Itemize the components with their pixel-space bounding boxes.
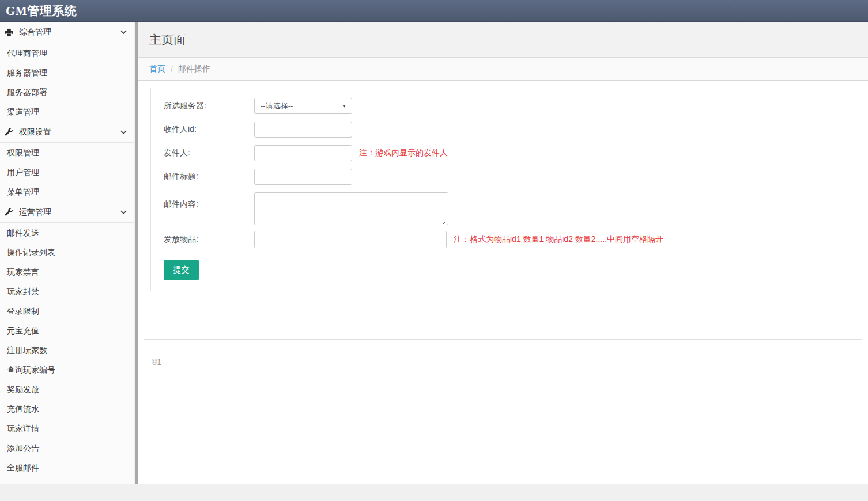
sidebar-item[interactable]: 元宝充值 <box>0 321 134 340</box>
sidebar-section-header[interactable]: 权限设置 <box>0 122 134 143</box>
form-row-grant-items: 发放物品:注：格式为物品id1 数量1 物品id2 数量2.....中间用空格隔… <box>164 231 866 248</box>
form-rows: 所选服务器:--请选择--▼收件人id:发件人:注：游戏内显示的发件人邮件标题:… <box>164 98 866 248</box>
receiver-id[interactable] <box>254 122 352 138</box>
sender[interactable] <box>254 145 352 161</box>
grant-items[interactable] <box>254 231 447 248</box>
mail-form: 所选服务器:--请选择--▼收件人id:发件人:注：游戏内显示的发件人邮件标题:… <box>164 98 866 280</box>
sidebar-section-header[interactable]: 运营管理 <box>0 202 134 223</box>
caret-down-icon: ▼ <box>342 104 346 109</box>
receiver-id-label: 收件人id: <box>164 124 254 135</box>
grant-items-label: 发放物品: <box>164 234 254 245</box>
breadcrumb: 首页 / 邮件操作 <box>138 58 868 81</box>
page: GM管理系统 综合管理代理商管理服务器管理服务器部署渠道管理权限设置权限管理用户… <box>0 0 868 501</box>
sidebar-section-items: 权限管理用户管理菜单管理 <box>0 143 134 202</box>
sidebar-item[interactable]: 注册玩家数 <box>0 340 134 360</box>
sidebar-item[interactable]: 登录限制 <box>0 301 134 321</box>
server-select[interactable]: --请选择--▼ <box>254 98 352 114</box>
page-title: 主页面 <box>149 32 186 48</box>
sender-note: 注：游戏内显示的发件人 <box>359 148 448 158</box>
sidebar-item[interactable]: 菜单管理 <box>0 182 134 202</box>
content: 所选服务器:--请选择--▼收件人id:发件人:注：游戏内显示的发件人邮件标题:… <box>138 81 868 291</box>
chevron-down-icon <box>120 210 127 215</box>
wrench-icon <box>5 128 13 136</box>
sidebar-section-items: 邮件发送操作记录列表玩家禁言玩家封禁登录限制元宝充值注册玩家数查询玩家编号奖励发… <box>0 223 134 477</box>
mail-title-label: 邮件标题: <box>164 172 254 182</box>
sidebar-section: 综合管理代理商管理服务器管理服务器部署渠道管理 <box>0 22 134 122</box>
breadcrumb-home-link[interactable]: 首页 <box>149 64 165 74</box>
topbar: GM管理系统 <box>0 0 868 22</box>
breadcrumb-current: 邮件操作 <box>178 64 210 74</box>
sidebar-item[interactable]: 充值流水 <box>0 399 134 419</box>
sidebar-item[interactable]: 全服邮件 <box>0 458 134 477</box>
page-header: 主页面 <box>138 22 868 58</box>
mail-content-label: 邮件内容: <box>164 192 254 210</box>
server-select-value: --请选择-- <box>261 101 293 111</box>
main-wrapper: 综合管理代理商管理服务器管理服务器部署渠道管理权限设置权限管理用户管理菜单管理运… <box>0 22 868 484</box>
sidebar-item[interactable]: 玩家详情 <box>0 419 134 438</box>
sidebar-section-items: 代理商管理服务器管理服务器部署渠道管理 <box>0 43 134 122</box>
sidebar-section: 权限设置权限管理用户管理菜单管理 <box>0 122 134 202</box>
sidebar-item[interactable]: 用户管理 <box>0 162 134 182</box>
sidebar-item[interactable]: 查询玩家编号 <box>0 360 134 379</box>
mail-title[interactable] <box>254 169 352 185</box>
form-row-mail-title: 邮件标题: <box>164 169 866 185</box>
sidebar-item[interactable]: 玩家禁言 <box>0 262 134 282</box>
sidebar-section-label: 运营管理 <box>19 207 51 218</box>
sidebar-item[interactable]: 代理商管理 <box>0 43 134 63</box>
sidebar-item[interactable]: 奖励发放 <box>0 379 134 399</box>
mail-content[interactable] <box>254 192 448 225</box>
main-area: 主页面 首页 / 邮件操作 所选服务器:--请选择--▼收件人id:发件人:注：… <box>138 22 868 484</box>
sidebar-section-header[interactable]: 综合管理 <box>0 22 134 43</box>
sidebar-item[interactable]: 添加公告 <box>0 438 134 458</box>
chevron-down-icon <box>120 130 127 135</box>
mail-form-panel: 所选服务器:--请选择--▼收件人id:发件人:注：游戏内显示的发件人邮件标题:… <box>150 88 866 291</box>
footer-copyright: ©1 <box>138 340 868 366</box>
server-select-label: 所选服务器: <box>164 101 254 111</box>
grant-items-note: 注：格式为物品id1 数量1 物品id2 数量2.....中间用空格隔开 <box>454 234 663 245</box>
sidebar: 综合管理代理商管理服务器管理服务器部署渠道管理权限设置权限管理用户管理菜单管理运… <box>0 22 138 484</box>
sidebar-item[interactable]: 权限管理 <box>0 143 134 162</box>
form-row-server-select: 所选服务器:--请选择--▼ <box>164 98 866 114</box>
form-row-sender: 发件人:注：游戏内显示的发件人 <box>164 145 866 161</box>
sidebar-section-label: 权限设置 <box>19 127 51 138</box>
sidebar-section: 运营管理邮件发送操作记录列表玩家禁言玩家封禁登录限制元宝充值注册玩家数查询玩家编… <box>0 202 134 477</box>
sidebar-scrollbar[interactable] <box>134 22 138 484</box>
sidebar-menu: 综合管理代理商管理服务器管理服务器部署渠道管理权限设置权限管理用户管理菜单管理运… <box>0 22 138 477</box>
breadcrumb-separator: / <box>171 64 173 74</box>
chevron-down-icon <box>120 30 127 35</box>
form-row-mail-content: 邮件内容: <box>164 192 866 225</box>
submit-button[interactable]: 提交 <box>164 260 199 280</box>
print-icon <box>5 28 13 37</box>
sidebar-item[interactable]: 邮件发送 <box>0 223 134 242</box>
form-row-receiver-id: 收件人id: <box>164 122 866 138</box>
wrench-icon <box>5 208 13 217</box>
sidebar-section-label: 综合管理 <box>19 27 51 37</box>
sidebar-item[interactable]: 渠道管理 <box>0 102 134 122</box>
sender-label: 发件人: <box>164 148 254 158</box>
sidebar-item[interactable]: 服务器管理 <box>0 63 134 82</box>
sidebar-item[interactable]: 操作记录列表 <box>0 242 134 262</box>
sidebar-item[interactable]: 服务器部署 <box>0 82 134 102</box>
app-title: GM管理系统 <box>6 3 77 19</box>
sidebar-item[interactable]: 玩家封禁 <box>0 282 134 301</box>
